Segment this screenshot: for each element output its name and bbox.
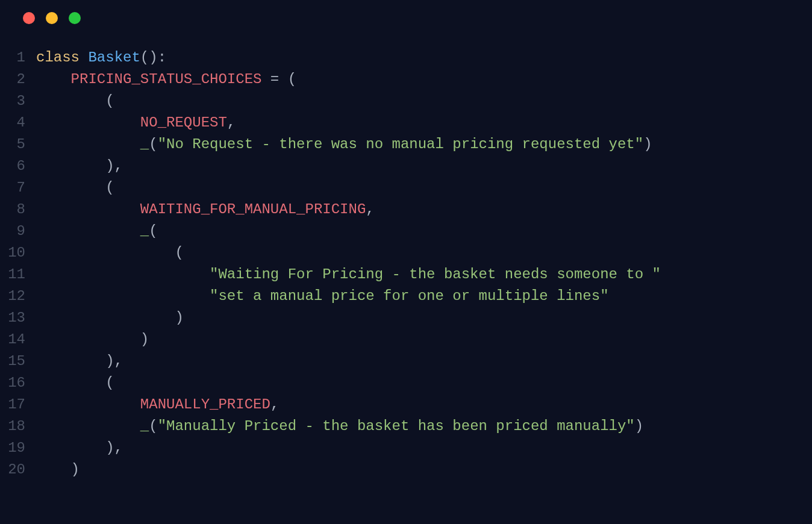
- code-token: (: [36, 245, 184, 261]
- line-number: 7: [0, 177, 36, 199]
- code-content[interactable]: WAITING_FOR_MANUAL_PRICING,: [36, 199, 812, 220]
- line-number: 15: [0, 351, 36, 372]
- line-number: 19: [0, 437, 36, 459]
- code-line[interactable]: 11 "Waiting For Pricing - the basket nee…: [0, 264, 812, 285]
- code-line[interactable]: 14 ): [0, 329, 812, 351]
- code-content[interactable]: MANUALLY_PRICED,: [36, 394, 812, 416]
- code-token: _: [140, 418, 149, 434]
- line-number: 14: [0, 329, 36, 351]
- line-number: 9: [0, 220, 36, 242]
- code-content[interactable]: (: [36, 242, 812, 264]
- code-content[interactable]: ): [36, 329, 812, 351]
- code-token: (: [36, 375, 114, 391]
- code-token: ),: [36, 158, 123, 174]
- code-token: [36, 288, 210, 304]
- code-token: (: [36, 93, 114, 109]
- line-number: 1: [0, 47, 36, 69]
- window-close-icon[interactable]: [23, 12, 35, 24]
- code-token: [36, 201, 140, 217]
- code-token: (: [149, 223, 157, 239]
- code-token: [36, 266, 210, 282]
- line-number: 18: [0, 416, 36, 437]
- code-line[interactable]: 16 (: [0, 372, 812, 394]
- code-line[interactable]: 17 MANUALLY_PRICED,: [0, 394, 812, 416]
- code-token: (: [149, 418, 157, 434]
- code-content[interactable]: ),: [36, 437, 812, 459]
- code-content[interactable]: (: [36, 90, 812, 112]
- code-token: ,: [227, 114, 236, 131]
- code-token: "Manually Priced - the basket has been p…: [158, 418, 635, 434]
- code-token: MANUALLY_PRICED: [140, 396, 270, 413]
- code-line[interactable]: 9 _(: [0, 220, 812, 242]
- code-token: [36, 136, 140, 152]
- code-editor[interactable]: 1class Basket():2 PRICING_STATUS_CHOICES…: [0, 36, 812, 481]
- code-line[interactable]: 18 _("Manually Priced - the basket has b…: [0, 416, 812, 437]
- code-token: [36, 396, 140, 413]
- code-token: ): [635, 418, 643, 434]
- code-line[interactable]: 15 ),: [0, 351, 812, 372]
- code-window: 1class Basket():2 PRICING_STATUS_CHOICES…: [0, 0, 812, 524]
- code-token: (: [149, 136, 157, 152]
- code-line[interactable]: 10 (: [0, 242, 812, 264]
- code-token: PRICING_STATUS_CHOICES: [71, 71, 262, 87]
- code-line[interactable]: 6 ),: [0, 155, 812, 177]
- line-number: 8: [0, 199, 36, 220]
- code-token: NO_REQUEST: [140, 114, 227, 131]
- code-token: WAITING_FOR_MANUAL_PRICING: [140, 201, 366, 217]
- code-line[interactable]: 4 NO_REQUEST,: [0, 112, 812, 134]
- line-number: 6: [0, 155, 36, 177]
- window-zoom-icon[interactable]: [69, 12, 81, 24]
- code-line[interactable]: 19 ),: [0, 437, 812, 459]
- code-line[interactable]: 20 ): [0, 459, 812, 481]
- line-number: 4: [0, 112, 36, 134]
- code-content[interactable]: (: [36, 372, 812, 394]
- line-number: 11: [0, 264, 36, 285]
- line-number: 13: [0, 307, 36, 329]
- code-token: "No Request - there was no manual pricin…: [158, 136, 644, 152]
- code-token: ),: [36, 353, 123, 369]
- code-content[interactable]: NO_REQUEST,: [36, 112, 812, 134]
- code-content[interactable]: _(: [36, 220, 812, 242]
- code-line[interactable]: 1class Basket():: [0, 47, 812, 69]
- code-token: ,: [270, 396, 279, 413]
- code-line[interactable]: 12 "set a manual price for one or multip…: [0, 285, 812, 307]
- code-token: "Waiting For Pricing - the basket needs …: [210, 266, 661, 282]
- code-line[interactable]: 13 ): [0, 307, 812, 329]
- code-token: [36, 71, 71, 87]
- code-token: ): [36, 310, 184, 326]
- window-minimize-icon[interactable]: [46, 12, 58, 24]
- code-line[interactable]: 3 (: [0, 90, 812, 112]
- code-token: ),: [36, 440, 123, 456]
- code-token: ,: [366, 201, 374, 217]
- code-content[interactable]: "Waiting For Pricing - the basket needs …: [36, 264, 812, 285]
- code-content[interactable]: ): [36, 459, 812, 481]
- code-token: [36, 418, 140, 434]
- code-token: (: [36, 179, 114, 196]
- code-line[interactable]: 5 _("No Request - there was no manual pr…: [0, 134, 812, 155]
- code-token: = (: [261, 71, 296, 87]
- code-line[interactable]: 8 WAITING_FOR_MANUAL_PRICING,: [0, 199, 812, 220]
- code-token: _: [140, 136, 149, 152]
- code-content[interactable]: _("No Request - there was no manual pric…: [36, 134, 812, 155]
- code-content[interactable]: ): [36, 307, 812, 329]
- code-content[interactable]: ),: [36, 351, 812, 372]
- code-content[interactable]: _("Manually Priced - the basket has been…: [36, 416, 812, 437]
- code-token: ():: [140, 49, 166, 66]
- code-content[interactable]: class Basket():: [36, 47, 812, 69]
- line-number: 16: [0, 372, 36, 394]
- line-number: 10: [0, 242, 36, 264]
- line-number: 2: [0, 69, 36, 90]
- window-titlebar: [0, 0, 812, 36]
- code-token: ): [643, 136, 652, 152]
- code-content[interactable]: (: [36, 177, 812, 199]
- code-token: [36, 223, 140, 239]
- code-token: ): [36, 461, 80, 478]
- code-line[interactable]: 7 (: [0, 177, 812, 199]
- code-content[interactable]: "set a manual price for one or multiple …: [36, 285, 812, 307]
- line-number: 20: [0, 459, 36, 481]
- code-content[interactable]: ),: [36, 155, 812, 177]
- code-content[interactable]: PRICING_STATUS_CHOICES = (: [36, 69, 812, 90]
- code-line[interactable]: 2 PRICING_STATUS_CHOICES = (: [0, 69, 812, 90]
- code-token: _: [140, 223, 149, 239]
- code-token: ): [36, 331, 149, 348]
